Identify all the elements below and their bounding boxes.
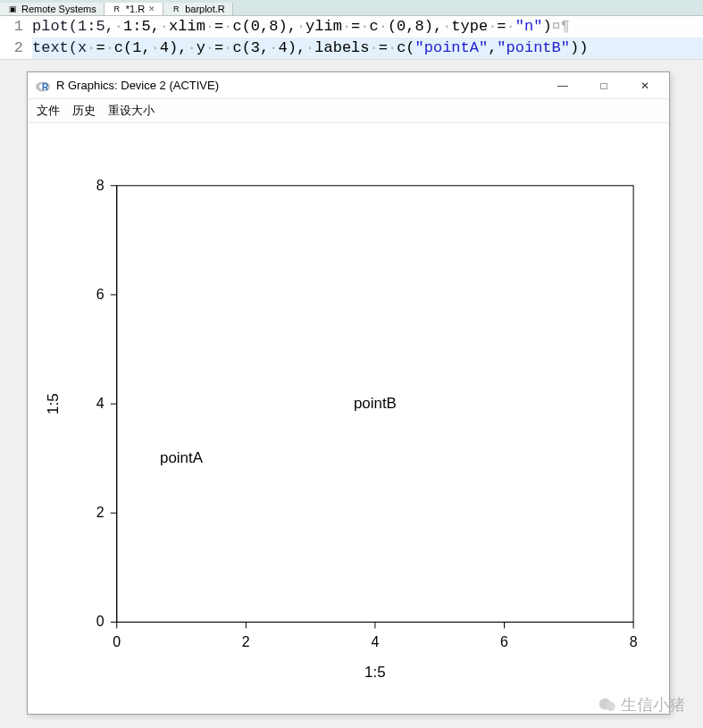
svg-text:pointA: pointA <box>160 449 204 466</box>
svg-text:2: 2 <box>242 634 250 649</box>
svg-text:1:5: 1:5 <box>45 393 62 414</box>
plot-svg: 02468024681:51:5pointApointB <box>28 123 669 709</box>
code-text[interactable]: text(x·=·c(1,·4),·y·=·c(3,·4),·labels·=·… <box>32 38 588 59</box>
svg-text:4: 4 <box>371 634 379 649</box>
svg-text:pointB: pointB <box>354 395 397 412</box>
wechat-icon <box>598 695 617 715</box>
maximize-button[interactable]: □ <box>583 73 624 98</box>
svg-text:0: 0 <box>113 634 121 649</box>
tab-label: *1.R <box>126 4 145 14</box>
minimize-button[interactable]: — <box>542 73 583 98</box>
svg-text:R: R <box>42 82 49 92</box>
close-icon: ✕ <box>640 79 649 92</box>
svg-text:2: 2 <box>96 505 105 520</box>
watermark: 生信小猪 <box>598 694 685 715</box>
svg-text:1:5: 1:5 <box>364 664 386 681</box>
svg-text:6: 6 <box>500 634 508 649</box>
menu-file[interactable]: 文件 <box>37 103 60 119</box>
r-file-icon: R <box>171 4 181 14</box>
remote-systems-icon: ▣ <box>7 4 18 14</box>
line-number: 2 <box>0 38 32 59</box>
svg-text:8: 8 <box>96 178 105 193</box>
maximize-icon: □ <box>600 79 607 92</box>
close-button[interactable]: ✕ <box>624 73 665 98</box>
tab-r1[interactable]: R *1.R ✕ <box>105 3 163 15</box>
svg-text:0: 0 <box>96 614 105 629</box>
code-editor[interactable]: 1 plot(1:5,·1:5,·xlim·=·c(0,8),·ylim·=·c… <box>0 16 703 60</box>
window-title: R Graphics: Device 2 (ACTIVE) <box>56 79 542 92</box>
editor-tabs: ▣ Remote Systems R *1.R ✕ R barplot.R <box>0 0 703 16</box>
r-app-icon: R <box>35 78 51 94</box>
close-tab-icon[interactable]: ✕ <box>148 4 155 13</box>
svg-point-31 <box>607 702 615 711</box>
window-menu-bar: 文件 历史 重设大小 <box>28 99 669 123</box>
svg-text:6: 6 <box>96 287 105 302</box>
minimize-icon: — <box>557 79 568 92</box>
window-controls: — □ ✕ <box>542 73 665 98</box>
tab-remote-systems[interactable]: ▣ Remote Systems <box>0 3 105 15</box>
r-file-icon: R <box>112 4 122 14</box>
tab-label: Remote Systems <box>21 4 96 14</box>
tab-label: barplot.R <box>185 4 225 14</box>
code-line-2: 2 text(x·=·c(1,·4),·y·=·c(3,·4),·labels·… <box>0 38 703 59</box>
tab-barplot[interactable]: R barplot.R <box>163 3 233 15</box>
code-line-1: 1 plot(1:5,·1:5,·xlim·=·c(0,8),·ylim·=·c… <box>0 16 703 38</box>
menu-resize[interactable]: 重设大小 <box>108 103 155 119</box>
r-graphics-window: R R Graphics: Device 2 (ACTIVE) — □ ✕ 文件… <box>27 71 670 715</box>
watermark-text: 生信小猪 <box>621 694 685 715</box>
menu-history[interactable]: 历史 <box>72 103 96 119</box>
svg-text:8: 8 <box>630 634 638 649</box>
svg-text:4: 4 <box>96 396 105 411</box>
window-titlebar[interactable]: R R Graphics: Device 2 (ACTIVE) — □ ✕ <box>28 72 669 99</box>
code-text[interactable]: plot(1:5,·1:5,·xlim·=·c(0,8),·ylim·=·c·(… <box>32 16 570 38</box>
line-number: 1 <box>0 16 32 38</box>
plot-area: 02468024681:51:5pointApointB <box>28 123 669 711</box>
